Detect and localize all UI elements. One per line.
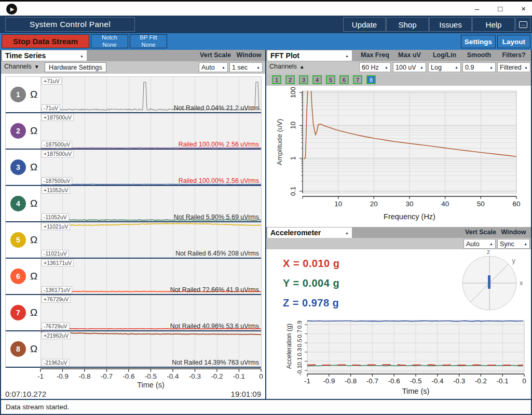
channel-plot: +21962uV -21962uV Not Railed 14.39% 763 … (40, 331, 261, 367)
svg-text:20: 20 (370, 200, 378, 208)
channel-lane: 1 Ω +71uV -71uV Not Railed 0.04% 21.2 uV… (6, 77, 261, 113)
shop-button[interactable]: Shop (386, 17, 429, 32)
svg-text:Amplitude (uV): Amplitude (uV) (276, 119, 283, 165)
chevron-up-icon: ▲ (522, 242, 527, 246)
main-area: Time Series ▲ Vert Scale Window Channels… (0, 50, 532, 399)
channel-number-button[interactable]: 5 (10, 232, 26, 248)
impedance-check-button[interactable]: Ω (30, 198, 37, 209)
fft-channel-button-3[interactable]: 3 (299, 75, 308, 84)
notch-filter-button[interactable]: Notch None (91, 34, 128, 48)
channel-controls: 4 Ω (6, 186, 40, 221)
channel-number-button[interactable]: 2 (10, 123, 26, 139)
chevron-up-icon: ▲ (383, 65, 388, 69)
chevron-up-icon: ▲ (522, 65, 528, 69)
vert-scale-value: Auto (201, 64, 215, 71)
more-icon: ... (519, 21, 527, 28)
chevron-up-icon: ▲ (220, 65, 225, 69)
rail-status-label: Not Railed 6.45% 208 uVrms (175, 250, 259, 257)
channels-toggle-button[interactable]: Channels ▼ (4, 63, 39, 70)
channel-lane: 2 Ω +187500uV -187500uV Railed 100.00% 2… (6, 113, 261, 150)
svg-text:Acceleration (g): Acceleration (g) (285, 324, 293, 369)
impedance-check-button[interactable]: Ω (30, 125, 37, 137)
max-uv-value: 100 uV (395, 64, 416, 71)
svg-text:-0.4: -0.4 (167, 372, 179, 380)
settings-button[interactable]: Settings (461, 35, 496, 48)
accel-widget-dropdown[interactable]: Accelerometer ▲ (267, 227, 352, 238)
fft-channel-button-8[interactable]: 8 (366, 75, 376, 84)
svg-text:-0.1: -0.1 (296, 365, 303, 376)
chevron-up-icon: ▲ (345, 54, 349, 58)
chevron-up-icon: ▲ (254, 65, 260, 69)
time-series-widget-dropdown[interactable]: Time Series ▲ (2, 50, 87, 61)
impedance-check-button[interactable]: Ω (30, 307, 37, 318)
minimize-button[interactable]: – (475, 4, 479, 13)
accel-vert-scale-value: Auto (466, 240, 480, 248)
notch-label: Notch (102, 34, 117, 41)
system-control-panel-button[interactable]: System Control Panel (5, 17, 135, 32)
svg-text:-0.5: -0.5 (410, 377, 421, 385)
svg-text:-0.2: -0.2 (211, 372, 223, 380)
channel-plot: +76729uV -76729uV Not Railed 40.96% 53.6… (40, 295, 261, 330)
scale-pos-label: +11052uV (42, 186, 70, 194)
accel-vert-scale-label: Vert Scale (465, 229, 497, 236)
fft-widget-dropdown[interactable]: FFT Plot ▲ (267, 50, 352, 61)
channel-number-button[interactable]: 8 (10, 341, 26, 357)
channel-controls: 8 Ω (6, 331, 40, 367)
close-button[interactable]: × (521, 4, 526, 13)
fft-channel-buttons: 12345678 (266, 74, 531, 86)
svg-text:0.1: 0.1 (296, 357, 303, 365)
impedance-check-button[interactable]: Ω (30, 89, 37, 100)
channel-controls: 1 Ω (6, 77, 40, 112)
svg-text:-0.9: -0.9 (323, 377, 335, 385)
fft-channel-button-1[interactable]: 1 (272, 75, 281, 84)
max-uv-dropdown[interactable]: 100 uV▲ (393, 62, 426, 72)
bp-value: None (141, 42, 156, 48)
chevron-up-icon: ▲ (487, 65, 493, 69)
channel-number-button[interactable]: 6 (10, 269, 26, 284)
impedance-check-button[interactable]: Ω (30, 234, 37, 246)
fft-channel-button-6[interactable]: 6 (339, 75, 349, 84)
console-log-button[interactable]: ... (515, 17, 531, 32)
channel-number-button[interactable]: 4 (10, 196, 26, 211)
maximize-button[interactable]: □ (498, 4, 502, 13)
impedance-check-button[interactable]: Ω (30, 343, 37, 355)
svg-text:100: 100 (289, 87, 297, 98)
impedance-check-button[interactable]: Ω (30, 271, 37, 282)
hardware-settings-button[interactable]: Hardware Settings (45, 62, 106, 72)
bandpass-filter-button[interactable]: BP Filt None (130, 34, 167, 48)
issues-button[interactable]: Issues (429, 17, 472, 32)
update-button[interactable]: Update (343, 17, 386, 32)
time-axis: -1-0.9-0.8-0.7-0.6-0.5-0.4-0.3-0.2-0.10T… (1, 367, 265, 390)
channel-lane: 5 Ω +11021uV -11021uV Not Railed 6.45% 2… (6, 222, 261, 259)
channels-label: Channels (269, 63, 297, 70)
svg-text:z: z (487, 249, 490, 256)
accel-vert-scale-dropdown[interactable]: Auto▲ (463, 239, 496, 249)
log-lin-dropdown[interactable]: Log▲ (428, 62, 461, 72)
channel-plot: +11021uV -11021uV Not Railed 6.45% 208 u… (40, 222, 261, 258)
filters-dropdown[interactable]: Filtered▲ (497, 62, 530, 72)
fft-channel-button-4[interactable]: 4 (312, 75, 322, 84)
svg-text:Time (s): Time (s) (402, 387, 430, 395)
layout-button[interactable]: Layout (497, 35, 530, 48)
impedance-check-button[interactable]: Ω (30, 162, 37, 173)
max-freq-dropdown[interactable]: 60 Hz▲ (359, 62, 391, 72)
vert-scale-dropdown[interactable]: Auto ▲ (199, 62, 228, 72)
channel-number-button[interactable]: 1 (10, 87, 26, 102)
stop-data-stream-button[interactable]: Stop Data Stream (2, 34, 89, 48)
help-button[interactable]: Help (472, 17, 515, 32)
scale-neg-label: -21962uV (42, 359, 70, 366)
fft-channels-toggle-button[interactable]: Channels ▲ (269, 63, 305, 70)
fft-channel-button-7[interactable]: 7 (353, 75, 362, 84)
scale-neg-label: -71uV (42, 104, 60, 112)
channel-number-button[interactable]: 3 (10, 159, 26, 175)
fft-channel-button-5[interactable]: 5 (326, 75, 335, 84)
time-series-toolbar: Time Series ▲ Vert Scale Window (1, 50, 265, 61)
fft-channel-button-2[interactable]: 2 (285, 75, 295, 84)
status-bar: Data stream started. (0, 399, 532, 415)
accel-window-dropdown[interactable]: Sync▲ (497, 239, 530, 249)
svg-text:-0.8: -0.8 (78, 372, 90, 380)
smooth-dropdown[interactable]: 0.9▲ (462, 62, 496, 72)
channel-number-button[interactable]: 7 (10, 305, 26, 320)
window-dropdown[interactable]: 1 sec ▲ (229, 62, 263, 72)
fft-toolbar-2: Channels ▲ 60 Hz▲ 100 uV▲ Log▲ 0.9▲ Filt… (266, 61, 531, 74)
